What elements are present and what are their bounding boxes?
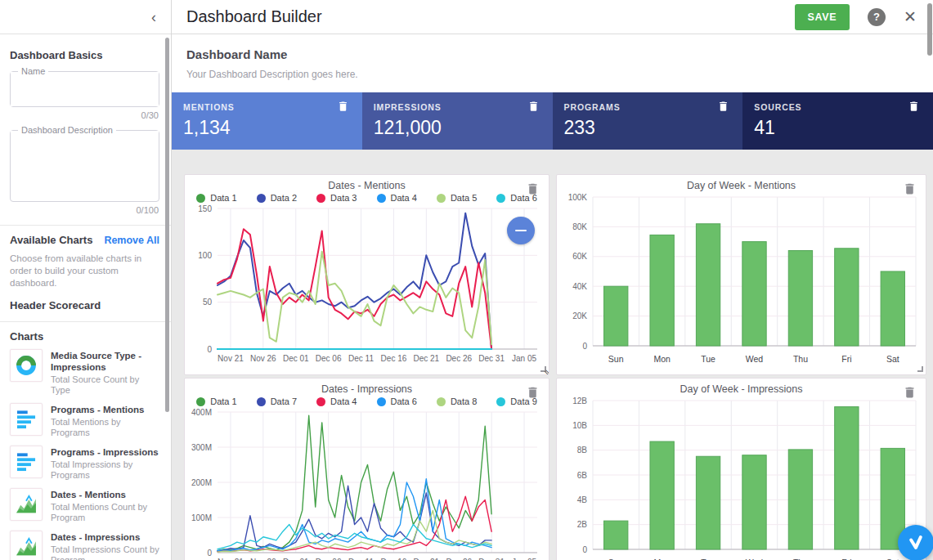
trash-icon[interactable] bbox=[526, 385, 540, 400]
legend-dot-icon bbox=[437, 397, 446, 406]
name-input[interactable] bbox=[11, 72, 159, 106]
name-counter: 0/30 bbox=[10, 110, 159, 120]
description-field[interactable]: Dashboard Description bbox=[10, 130, 159, 202]
dashboard-name-panel: Dashboard Name Your Dashboard Descriptio… bbox=[172, 34, 933, 92]
scorecard-value: 1,134 bbox=[183, 117, 351, 139]
resize-handle[interactable] bbox=[917, 366, 923, 372]
chart-legend: Data 1Data 2Data 3Data 4Data 5Data 6 bbox=[185, 190, 549, 205]
page-title: Dashboard Builder bbox=[186, 7, 795, 26]
trash-icon[interactable] bbox=[903, 181, 917, 196]
feedback-fab-button[interactable] bbox=[898, 525, 933, 560]
resize-cursor-icon: ⇘ bbox=[544, 367, 549, 375]
legend-item[interactable]: Data 6 bbox=[377, 396, 417, 406]
name-field-label: Name bbox=[18, 66, 48, 76]
builder-canvas: Dashboard Name Your Dashboard Descriptio… bbox=[172, 34, 933, 560]
save-button[interactable]: SAVE bbox=[795, 4, 850, 30]
description-field-label: Dashboard Description bbox=[18, 125, 116, 135]
chart-item-text: Media Source Type - ImpressionsTotal Sou… bbox=[51, 349, 159, 396]
chart-item-title: Programs - Impressions bbox=[51, 446, 159, 458]
trash-icon[interactable] bbox=[717, 100, 729, 113]
scorecard-label: SOURCES bbox=[754, 102, 922, 112]
chart-item-subtitle: Total Source Count by Type bbox=[51, 374, 159, 396]
dashboard-name-text: Dashboard Name bbox=[186, 47, 918, 61]
sidebar-body: Dashboard Basics Name 0/30 Dashboard Des… bbox=[0, 34, 171, 560]
legend-label: Data 6 bbox=[391, 396, 417, 406]
svg-text:300M: 300M bbox=[191, 443, 212, 452]
svg-text:Dec 11: Dec 11 bbox=[348, 354, 374, 363]
svg-text:0: 0 bbox=[207, 549, 212, 558]
close-icon[interactable]: ✕ bbox=[904, 9, 917, 25]
remove-all-link[interactable]: Remove All bbox=[104, 235, 159, 246]
legend-dot-icon bbox=[257, 397, 266, 406]
chart-item-title: Media Source Type - Impressions bbox=[51, 350, 159, 373]
legend-item[interactable]: Data 8 bbox=[437, 396, 477, 406]
collapse-sidebar-button[interactable]: ‹ bbox=[151, 10, 156, 25]
chart-card-dayofweek-impressions[interactable]: Day of Week - Impressions 02B4B6B8B10B12… bbox=[556, 378, 926, 560]
chart-item-title: Programs - Mentions bbox=[51, 404, 159, 415]
description-input[interactable] bbox=[11, 131, 159, 198]
chart-item-text: Dates - MentionsTotal Mentions Count by … bbox=[51, 488, 159, 523]
legend-item[interactable]: Data 5 bbox=[437, 193, 477, 203]
legend-item[interactable]: Data 4 bbox=[377, 193, 417, 203]
svg-text:100K: 100K bbox=[568, 193, 588, 202]
trash-icon[interactable] bbox=[908, 100, 920, 113]
trash-icon[interactable] bbox=[337, 100, 349, 113]
legend-item[interactable]: Data 4 bbox=[316, 396, 357, 406]
trash-icon[interactable] bbox=[527, 100, 540, 113]
chart-card-dates-mentions[interactable]: Dates - Mentions Data 1Data 2Data 3Data … bbox=[184, 174, 549, 375]
legend-label: Data 1 bbox=[210, 396, 236, 406]
chart-item[interactable]: Programs - ImpressionsTotal Impressions … bbox=[10, 446, 159, 481]
dashboard-builder-app: ‹ Dashboard Basics Name 0/30 Dashboard D… bbox=[0, 0, 933, 560]
scorecard-value: 121,000 bbox=[374, 117, 541, 139]
hbar-chart-icon bbox=[10, 446, 43, 478]
svg-text:80K: 80K bbox=[572, 222, 587, 231]
scorecard-sources[interactable]: SOURCES41 bbox=[742, 92, 933, 150]
name-field[interactable]: Name bbox=[10, 71, 159, 107]
chart-item-text: Programs - MentionsTotal Mentions by Pro… bbox=[51, 403, 159, 438]
legend-item[interactable]: Data 2 bbox=[257, 193, 297, 203]
legend-item[interactable]: Data 3 bbox=[316, 193, 357, 203]
help-icon[interactable]: ? bbox=[868, 8, 886, 26]
chart-item[interactable]: Programs - MentionsTotal Mentions by Pro… bbox=[10, 403, 159, 438]
scorecard-impressions[interactable]: IMPRESSIONS121,000 bbox=[362, 92, 553, 150]
svg-text:2B: 2B bbox=[577, 520, 588, 529]
scorecard-label: IMPRESSIONS bbox=[374, 102, 541, 112]
sidebar-scrollbar[interactable] bbox=[165, 38, 169, 412]
divider bbox=[0, 321, 171, 322]
chart-item[interactable]: Media Source Type - ImpressionsTotal Sou… bbox=[10, 349, 159, 396]
trash-icon[interactable] bbox=[903, 385, 917, 400]
legend-item[interactable]: Data 1 bbox=[196, 193, 236, 203]
svg-text:100: 100 bbox=[198, 251, 212, 260]
scorecard-mentions[interactable]: MENTIONS1,134 bbox=[172, 92, 362, 150]
svg-text:Tue: Tue bbox=[701, 354, 715, 364]
chart-item[interactable]: Dates - ImpressionsTotal Impressions Cou… bbox=[10, 531, 159, 560]
line-chart: Nov 21Nov 26Dec 01Dec 06Dec 11Dec 16Dec … bbox=[185, 205, 549, 367]
svg-text:Dec 06: Dec 06 bbox=[316, 354, 342, 363]
chart-item-title: Dates - Impressions bbox=[51, 531, 159, 543]
chart-item[interactable]: Dates - MentionsTotal Mentions Count by … bbox=[10, 488, 159, 523]
trash-icon[interactable] bbox=[526, 181, 540, 196]
header-scorecard-label: Header Scorecard bbox=[10, 299, 159, 311]
scorecard-value: 41 bbox=[754, 117, 922, 139]
dashboard-description-text: Your Dashboard Description goes here. bbox=[186, 69, 918, 80]
chart-item-text: Dates - ImpressionsTotal Impressions Cou… bbox=[51, 531, 159, 560]
scorecard-programs[interactable]: PROGRAMS233 bbox=[553, 92, 743, 150]
chart-card-dates-impressions[interactable]: Dates - Impressions Data 1Data 7Data 4Da… bbox=[184, 378, 549, 560]
svg-text:Dec 21: Dec 21 bbox=[414, 354, 440, 363]
svg-text:0: 0 bbox=[207, 345, 212, 354]
legend-item[interactable]: Data 7 bbox=[257, 396, 297, 406]
legend-dot-icon bbox=[496, 397, 505, 406]
legend-label: Data 1 bbox=[210, 193, 236, 203]
sidebar-header: ‹ bbox=[0, 0, 171, 34]
main-scrollbar[interactable] bbox=[927, 3, 932, 56]
svg-text:6B: 6B bbox=[577, 471, 588, 480]
chart-card-dayofweek-mentions[interactable]: Day of Week - Mentions 020K40K60K80K100K… bbox=[556, 174, 926, 375]
legend-item[interactable]: Data 1 bbox=[196, 396, 236, 406]
legend-label: Data 4 bbox=[330, 396, 357, 406]
chart-title: Dates - Impressions bbox=[185, 379, 549, 392]
svg-text:Sat: Sat bbox=[886, 354, 899, 364]
svg-text:Nov 26: Nov 26 bbox=[250, 354, 276, 363]
remove-chart-fab-button[interactable] bbox=[507, 217, 535, 244]
legend-label: Data 4 bbox=[391, 193, 417, 203]
legend-dot-icon bbox=[377, 194, 386, 203]
